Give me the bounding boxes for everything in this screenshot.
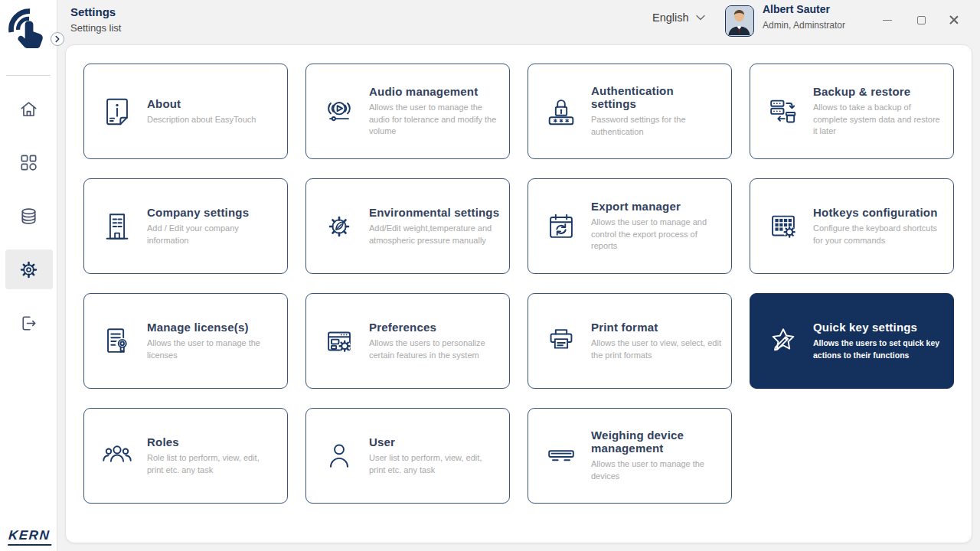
auth-lock-icon — [544, 94, 579, 129]
card-description: Add/Edit weight,temperature and atmosphe… — [369, 223, 500, 247]
chevron-right-icon — [51, 32, 64, 46]
about-icon — [100, 94, 135, 129]
sidebar-item-apps[interactable] — [5, 142, 53, 182]
settings-card-authentication-settings[interactable]: Authentication settings Password setting… — [528, 64, 732, 159]
sidebar-item-settings[interactable] — [5, 249, 53, 289]
user-name: Albert Sauter — [763, 3, 830, 15]
sidebar-item-logout[interactable] — [5, 303, 53, 343]
card-title: Preferences — [369, 321, 500, 334]
sidebar-item-database[interactable] — [5, 196, 53, 236]
minimize-icon — [883, 20, 892, 21]
card-description: Allows the users to set quick key action… — [813, 337, 944, 360]
maximize-icon — [917, 16, 926, 24]
roles-group-icon — [100, 439, 135, 474]
settings-card-audio-management[interactable]: Audio management Allows the user to mana… — [305, 64, 510, 159]
maximize-button[interactable] — [911, 10, 931, 30]
home-icon — [18, 99, 39, 119]
card-title: User — [369, 435, 500, 448]
card-title: Hotkeys configuration — [813, 206, 944, 219]
card-description: Allows the users to personalize certain … — [369, 337, 500, 362]
gear-icon — [18, 259, 39, 280]
main-panel: About Description about EasyTouch Audio … — [65, 44, 972, 543]
audio-icon — [322, 94, 357, 129]
settings-card-hotkeys-configuration[interactable]: Hotkeys configuration Configure the keyb… — [750, 178, 954, 274]
sidebar-divider — [6, 75, 51, 76]
card-description: Description about EasyTouch — [147, 114, 256, 126]
page-title: Settings — [70, 5, 116, 18]
company-building-icon — [100, 209, 135, 244]
sidebar-item-home[interactable] — [5, 89, 53, 129]
close-icon — [949, 15, 959, 24]
language-label: English — [652, 11, 689, 24]
settings-card-environmental-settings[interactable]: Environmental settings Add/Edit weight,t… — [305, 178, 510, 274]
settings-card-weighing-device-management[interactable]: Weighing device management Allows the us… — [528, 408, 732, 504]
environment-gear-leaf-icon — [322, 209, 357, 244]
brand-logo: KERN — [8, 528, 53, 546]
print-format-icon — [544, 324, 579, 359]
card-title: Company settings — [147, 206, 278, 219]
license-document-icon — [100, 324, 135, 359]
card-description: Add / Edit your company information — [147, 223, 278, 247]
logout-icon — [18, 313, 39, 334]
hotkeys-keypad-icon — [766, 209, 801, 244]
settings-card-company-settings[interactable]: Company settings Add / Edit your company… — [83, 178, 288, 274]
user-person-icon — [322, 439, 357, 474]
sidebar-expand-button[interactable] — [51, 32, 64, 46]
card-title: Roles — [147, 435, 278, 448]
user-role: Admin, Adminstrator — [763, 20, 845, 31]
page-subtitle: Settings list — [70, 22, 121, 34]
weighing-device-icon — [544, 439, 579, 474]
sidebar-nav — [0, 82, 57, 350]
card-description: Allows the user to view, select, edit th… — [591, 337, 722, 362]
card-title: Authentication settings — [591, 84, 722, 110]
quick-key-star-icon — [766, 324, 801, 359]
backup-restore-icon — [766, 94, 801, 129]
card-title: Print format — [591, 321, 722, 334]
settings-card-preferences[interactable]: Preferences Allows the users to personal… — [305, 293, 510, 389]
card-description: Allows to take a backup of complete syst… — [813, 102, 944, 139]
settings-grid: About Description about EasyTouch Audio … — [83, 64, 954, 504]
chevron-down-icon — [696, 15, 705, 21]
card-title: Audio management — [369, 85, 500, 98]
card-description: Allows the user to manage and control th… — [591, 217, 722, 253]
card-title: Manage license(s) — [147, 321, 278, 334]
card-title: Weighing device management — [591, 429, 722, 455]
card-title: Quick key settings — [813, 321, 944, 334]
sidebar: KERN — [0, 0, 57, 551]
avatar[interactable] — [725, 5, 754, 37]
settings-card-export-manager[interactable]: Export manager Allows the user to manage… — [528, 178, 732, 274]
settings-card-roles[interactable]: Roles Role list to perform, view, edit, … — [83, 408, 288, 504]
card-description: Role list to perform, view, edit, print … — [147, 452, 278, 477]
export-calendar-icon — [544, 209, 579, 244]
settings-card-backup-restore[interactable]: Backup & restore Allows to take a backup… — [750, 64, 954, 159]
card-description: Allows the user to manage the audio for … — [369, 102, 500, 139]
user-photo — [726, 6, 753, 35]
card-title: About — [147, 97, 256, 110]
minimize-button[interactable] — [877, 10, 897, 30]
app-logo-easytouch-icon — [6, 8, 51, 57]
card-description: Configure the keyboard shortcuts for you… — [813, 223, 944, 247]
settings-card-about[interactable]: About Description about EasyTouch — [83, 64, 288, 159]
card-title: Export manager — [591, 200, 722, 213]
apps-icon — [18, 152, 39, 173]
card-description: Allows the user to manage the devices — [591, 458, 722, 483]
settings-card-quick-key-settings[interactable]: Quick key settings Allows the users to s… — [750, 293, 954, 389]
card-description: User list to perform, view, edit, print … — [369, 452, 500, 477]
close-button[interactable] — [944, 10, 964, 30]
card-description: Allows the user to manage the licenses — [147, 337, 278, 362]
settings-card-user[interactable]: User User list to perform, view, edit, p… — [305, 408, 510, 504]
preferences-window-icon — [322, 324, 357, 359]
database-icon — [18, 206, 39, 227]
card-title: Environmental settings — [369, 206, 500, 219]
settings-card-print-format[interactable]: Print format Allows the user to view, se… — [528, 293, 732, 389]
language-selector[interactable]: English — [652, 11, 705, 24]
card-description: Password settings for the authentication — [591, 114, 722, 139]
card-title: Backup & restore — [813, 85, 944, 98]
settings-card-manage-licenses[interactable]: Manage license(s) Allows the user to man… — [83, 293, 288, 389]
